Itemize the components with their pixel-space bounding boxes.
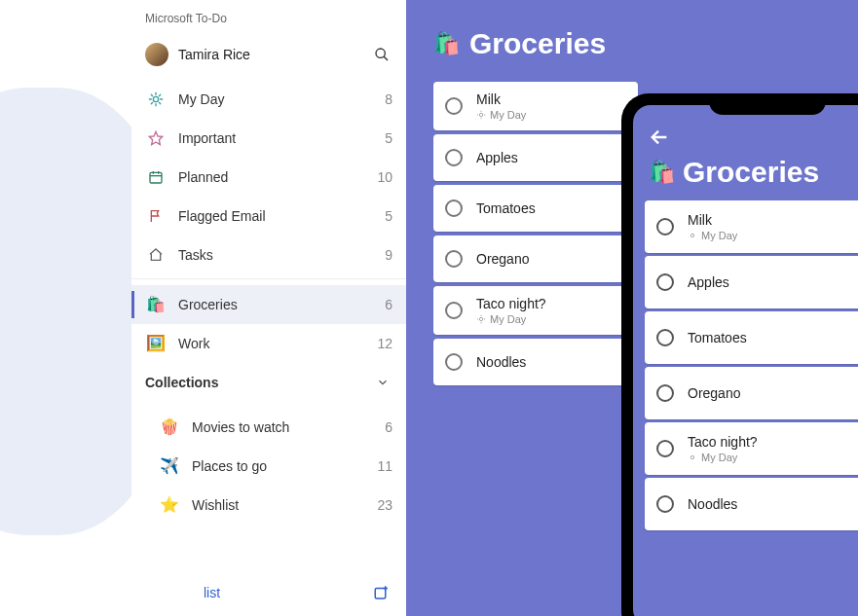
sidebar-item-count: 10 xyxy=(377,169,392,185)
smart-lists: My Day 8 Important 5 Planned 10 Flagged … xyxy=(131,80,406,274)
task-title: Apples xyxy=(688,274,729,290)
task-checkbox[interactable] xyxy=(445,199,463,217)
task-title: Milk xyxy=(688,212,737,228)
panel-header: 🛍️ Groceries xyxy=(433,27,858,60)
task-title: Milk xyxy=(476,91,526,107)
star-icon xyxy=(145,130,167,146)
sidebar-item-label: Flagged Email xyxy=(178,208,385,224)
task-sub: My Day xyxy=(688,230,737,241)
collection-item-movies[interactable]: 🍿 Movies to watch 6 xyxy=(131,408,406,447)
collection-item-places[interactable]: ✈️ Places to go 11 xyxy=(131,447,406,486)
popcorn-icon: 🍿 xyxy=(159,419,180,435)
new-group-button[interactable] xyxy=(371,582,392,603)
task-row[interactable]: Milk My Day xyxy=(433,82,638,130)
home-icon xyxy=(145,247,167,263)
task-sub: My Day xyxy=(688,452,758,463)
task-row[interactable]: Noodles xyxy=(433,339,638,385)
task-row[interactable]: Taco night? My Day xyxy=(433,286,638,335)
collection-item-count: 6 xyxy=(385,419,392,435)
task-sub: My Day xyxy=(476,109,526,121)
search-button[interactable] xyxy=(371,44,392,65)
sidebar-item-flagged-email[interactable]: Flagged Email 5 xyxy=(131,197,406,236)
task-list: Milk My Day Apples Tomatoes Oregano Taco… xyxy=(433,82,638,385)
sidebar-item-important[interactable]: Important 5 xyxy=(131,119,406,158)
task-row[interactable]: Oregano xyxy=(433,236,638,282)
task-checkbox[interactable] xyxy=(656,273,674,291)
phone-mockup: 🛍️ Groceries Milk My Day Apples Tomatoes xyxy=(621,93,858,616)
task-title: Noodles xyxy=(688,496,737,512)
task-checkbox[interactable] xyxy=(656,440,674,457)
phone-title-row: 🛍️ Groceries xyxy=(633,154,858,200)
wish-star-icon: ⭐ xyxy=(159,497,180,513)
collection-item-wishlist[interactable]: ⭐ Wishlist 23 xyxy=(131,486,406,525)
svg-point-0 xyxy=(376,49,385,57)
task-row[interactable]: Taco night? My Day xyxy=(645,422,858,475)
svg-line-1 xyxy=(384,56,388,60)
task-row[interactable]: Milk My Day xyxy=(645,200,858,253)
task-checkbox[interactable] xyxy=(656,329,674,346)
sidebar-item-groceries[interactable]: 🛍️ Groceries 6 xyxy=(131,285,406,324)
sidebar-item-tasks[interactable]: Tasks 9 xyxy=(131,236,406,274)
collection-item-count: 11 xyxy=(377,458,392,474)
flag-icon xyxy=(145,208,167,224)
svg-line-7 xyxy=(151,94,152,95)
task-checkbox[interactable] xyxy=(656,218,674,236)
task-title: Tomatoes xyxy=(688,330,747,345)
new-list-bar[interactable]: list xyxy=(131,569,406,616)
svg-point-30 xyxy=(690,234,693,236)
task-title: Oregano xyxy=(688,385,740,401)
task-title: Tomatoes xyxy=(476,200,536,216)
svg-line-8 xyxy=(159,102,160,103)
chevron-down-icon xyxy=(373,373,392,392)
profile-row[interactable]: Tamira Rice xyxy=(131,35,406,74)
search-icon xyxy=(372,45,392,64)
task-checkbox[interactable] xyxy=(656,495,674,513)
task-sub: My Day xyxy=(476,313,546,325)
task-checkbox[interactable] xyxy=(445,353,463,371)
svg-point-2 xyxy=(153,96,158,101)
task-row[interactable]: Apples xyxy=(645,256,858,308)
svg-rect-16 xyxy=(375,589,386,599)
sidebar-item-count: 6 xyxy=(385,297,392,312)
collections-header[interactable]: Collections xyxy=(131,363,406,402)
sidebar-item-work[interactable]: 🖼️ Work 12 xyxy=(131,324,406,363)
sidebar-item-count: 5 xyxy=(385,130,392,146)
sidebar-item-count: 8 xyxy=(385,91,392,107)
sidebar-item-label: Planned xyxy=(178,169,377,185)
task-checkbox[interactable] xyxy=(656,384,674,402)
task-title: Taco night? xyxy=(476,296,546,311)
sidebar-item-planned[interactable]: Planned 10 xyxy=(131,158,406,197)
avatar xyxy=(145,43,168,66)
calendar-icon xyxy=(145,169,167,185)
airplane-icon: ✈️ xyxy=(159,458,180,474)
divider xyxy=(131,278,406,279)
collection-item-label: Movies to watch xyxy=(192,419,385,435)
svg-marker-11 xyxy=(149,131,162,144)
phone-task-list: Milk My Day Apples Tomatoes Oregano Taco… xyxy=(633,200,858,530)
custom-lists: 🛍️ Groceries 6 🖼️ Work 12 xyxy=(131,285,406,363)
shopping-bag-icon: 🛍️ xyxy=(649,162,675,183)
task-row[interactable]: Tomatoes xyxy=(433,185,638,232)
svg-point-31 xyxy=(690,455,693,458)
phone-screen: 🛍️ Groceries Milk My Day Apples Tomatoes xyxy=(633,105,858,616)
task-row[interactable]: Noodles xyxy=(645,478,858,530)
task-row[interactable]: Oregano xyxy=(645,367,858,419)
sidebar-item-label: Work xyxy=(178,336,377,351)
svg-line-10 xyxy=(159,94,160,95)
sidebar-item-my-day[interactable]: My Day 8 xyxy=(131,80,406,119)
svg-point-19 xyxy=(479,113,482,116)
task-checkbox[interactable] xyxy=(445,149,463,166)
phone-title: Groceries xyxy=(683,156,819,189)
sidebar: Microsoft To-Do Tamira Rice My Day 8 Imp… xyxy=(131,0,406,616)
task-row[interactable]: Apples xyxy=(433,134,638,181)
svg-line-9 xyxy=(151,102,152,103)
task-checkbox[interactable] xyxy=(445,302,463,319)
task-checkbox[interactable] xyxy=(445,250,463,268)
sun-icon xyxy=(145,91,167,107)
sidebar-item-count: 5 xyxy=(385,208,392,224)
task-title: Taco night? xyxy=(688,434,758,450)
collection-item-count: 23 xyxy=(377,497,392,513)
task-row[interactable]: Tomatoes xyxy=(645,311,858,364)
task-checkbox[interactable] xyxy=(445,97,463,115)
task-title: Oregano xyxy=(476,251,529,267)
